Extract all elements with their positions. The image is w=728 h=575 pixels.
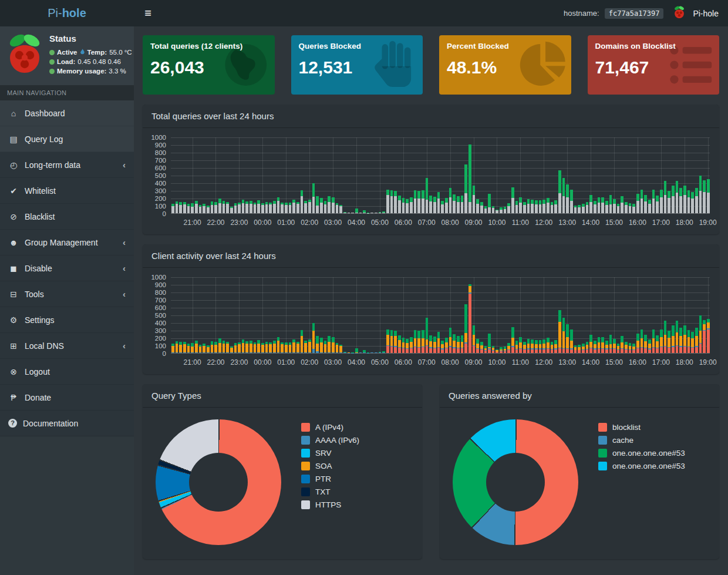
legend-label: AAAA (IPv6) (315, 436, 359, 445)
panel-title: Client activity over last 24 hours (143, 244, 719, 268)
sidebar-item-tools[interactable]: ⊟Tools‹ (0, 281, 134, 307)
bar-slot (597, 137, 601, 213)
bar-slot (523, 137, 527, 213)
bar-slot (265, 137, 269, 213)
bar-slot (601, 277, 605, 353)
bar-slot (312, 277, 316, 353)
legend-item[interactable]: HTTPS (301, 500, 359, 509)
summary-card-globe: Total queries (12 clients)26,043 (143, 35, 275, 95)
bar-slot (272, 137, 277, 213)
sidebar-item-local-dns[interactable]: ⊞Local DNS‹ (0, 333, 134, 359)
legend-item[interactable]: A (IPv4) (301, 423, 359, 432)
sidebar-item-dashboard[interactable]: ⌂Dashboard (0, 100, 134, 126)
bar-slot (362, 277, 366, 353)
sidebar-item-donate[interactable]: ₱Donate (0, 385, 134, 411)
bar-slot (468, 137, 472, 213)
sidebar-item-group-management[interactable]: ☻Group Management‹ (0, 230, 134, 255)
bar-slot (472, 137, 476, 213)
legend-item[interactable]: one.one.one.one#53 (598, 449, 685, 458)
hamburger-menu-icon[interactable]: ≡ (134, 6, 162, 20)
sidebar-item-settings[interactable]: ⚙Settings (0, 307, 134, 333)
x-tick-label: 09:00 (465, 358, 483, 366)
y-tick-label: 1000 (151, 134, 166, 141)
bar-slot (663, 137, 668, 213)
x-tick-label: 03:00 (324, 218, 342, 227)
bar-slot (335, 137, 339, 213)
clock-icon: ◴ (8, 160, 19, 170)
bar-slot (499, 277, 503, 353)
x-tick-label: 02:00 (301, 218, 318, 227)
bar-slot (499, 137, 503, 213)
bar-slot (452, 137, 456, 213)
bar-slot (437, 137, 441, 213)
legend-item[interactable]: SRV (301, 449, 359, 458)
legend-item[interactable]: AAAA (IPv6) (301, 436, 359, 445)
sidebar-item-documentation[interactable]: ?Documentation (0, 411, 134, 436)
bar-slot (706, 277, 710, 353)
bar-slot (546, 277, 550, 353)
bar-slot (300, 277, 304, 353)
sidebar-item-long-term-data[interactable]: ◴Long-term data‹ (0, 152, 134, 178)
bar-slot (690, 277, 695, 353)
bar-slot (323, 277, 328, 353)
status-temp-label: Temp: (87, 48, 107, 57)
legend-item[interactable]: blocklist (598, 423, 685, 432)
x-tick-label: 14:00 (582, 358, 599, 366)
bar-slot (350, 277, 355, 353)
bar-slot (378, 277, 382, 353)
legend-label: TXT (315, 487, 331, 496)
legend-item[interactable]: one.one.one.one#53 (598, 462, 685, 470)
y-tick-label: 0 (163, 350, 166, 357)
legend-item[interactable]: PTR (301, 475, 359, 483)
bar-slot (198, 137, 203, 213)
legend-item[interactable]: TXT (301, 487, 359, 496)
bar-slot (550, 277, 554, 353)
bar-slot (409, 277, 413, 353)
bar-slot (265, 277, 269, 353)
bar-slot (249, 277, 253, 353)
y-tick-label: 900 (155, 142, 166, 149)
bar-slot (518, 277, 523, 353)
sidebar-item-query-log[interactable]: ▤Query Log (0, 126, 134, 152)
x-tick-label: 16:00 (629, 358, 646, 366)
bar-slot (257, 277, 261, 353)
bar-slot (187, 137, 191, 213)
sidebar-item-label: Disable (25, 264, 52, 273)
bar-slot (190, 137, 194, 213)
sidebar-item-logout[interactable]: ⊗Logout (0, 359, 134, 385)
status-dot-icon (49, 50, 55, 55)
legend-item[interactable]: cache (598, 436, 685, 445)
summary-card-pie: Percent Blocked48.1% (439, 35, 571, 95)
legend-label: blocklist (612, 423, 641, 432)
bar-slot (460, 137, 464, 213)
query-types-donut (156, 419, 281, 545)
bar-slot (386, 277, 390, 353)
bar-slot (706, 137, 710, 213)
bar-slot (382, 277, 386, 353)
card-title: Domains on Blocklist (595, 42, 712, 51)
bar-slot (464, 277, 468, 353)
legend-item[interactable]: SOA (301, 462, 359, 470)
x-tick-label: 12:00 (535, 358, 552, 366)
bar-slot (487, 137, 491, 213)
x-tick-label: 13:00 (558, 358, 576, 366)
bar-slot (171, 277, 175, 353)
bar-slot (511, 277, 515, 353)
sidebar-item-disable[interactable]: ◼Disable‹ (0, 255, 134, 281)
bar-slot (382, 137, 386, 213)
summary-cards: Total queries (12 clients)26,043Queries … (143, 35, 719, 95)
bar-slot (374, 137, 378, 213)
bar-slot (702, 137, 706, 213)
sidebar-item-whitelist[interactable]: ✔Whitelist (0, 178, 134, 204)
bar-slot (230, 137, 234, 213)
bar-slot (245, 277, 249, 353)
bar-slot (362, 137, 366, 213)
sidebar-item-blacklist[interactable]: ⊘Blacklist (0, 204, 134, 230)
bar-slot (440, 137, 444, 213)
bar-slot (671, 277, 675, 353)
bar-slot (609, 277, 613, 353)
bar-slot (687, 277, 691, 353)
bar-slot (538, 137, 542, 213)
chevron-left-icon: ‹ (123, 263, 126, 273)
legend-swatch (598, 436, 607, 445)
